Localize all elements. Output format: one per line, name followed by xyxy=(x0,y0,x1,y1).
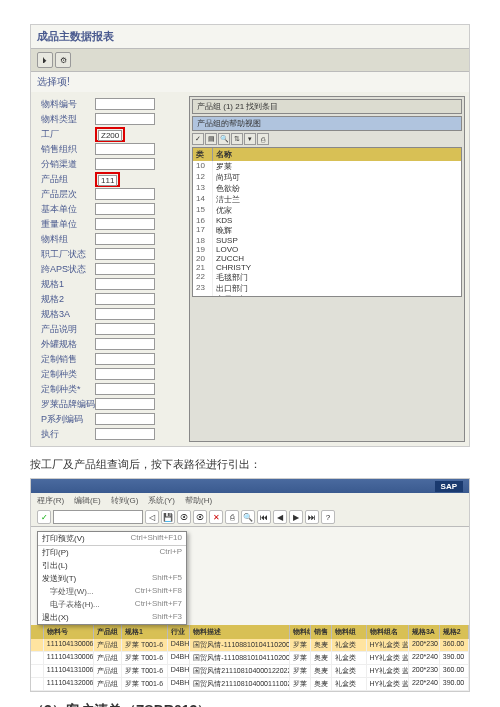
sort-icon[interactable]: ⇅ xyxy=(231,133,243,145)
menu-item[interactable]: 程序(R) xyxy=(37,495,64,506)
field-input[interactable] xyxy=(95,263,155,275)
popup-row[interactable]: 14洁士兰 xyxy=(193,194,461,205)
grid-col-header[interactable]: 销售 xyxy=(311,625,332,639)
popup-row[interactable]: 22毛毯部门 xyxy=(193,272,461,283)
popup-row[interactable]: 17晚辉 xyxy=(193,225,461,236)
down-icon[interactable]: ▾ xyxy=(244,133,256,145)
popup-row[interactable]: 12尚玛可 xyxy=(193,172,461,183)
print-icon[interactable]: ⎙ xyxy=(225,510,239,524)
field-input[interactable] xyxy=(95,158,155,170)
popup-row[interactable]: 23出口部门 xyxy=(193,283,461,294)
grid-row[interactable]: 111104132006产品组罗莱 T001-6D4BH国贸风情21110810… xyxy=(31,678,469,691)
field-label: 跨APS状态 xyxy=(35,263,95,276)
menu-dropdown-subitem[interactable]: 电子表格(H)...Ctrl+Shift+F7 xyxy=(38,598,186,611)
field-input[interactable] xyxy=(95,353,155,365)
grid-col-header[interactable]: 规格1 xyxy=(122,625,168,639)
find-icon[interactable]: 🔍 xyxy=(218,133,230,145)
last-icon[interactable]: ⏭ xyxy=(305,510,319,524)
grid-col-header[interactable] xyxy=(31,625,44,639)
nav-up-icon[interactable]: ⦿ xyxy=(193,510,207,524)
field-input[interactable] xyxy=(95,383,155,395)
form-row: 规格3A xyxy=(35,307,185,321)
field-input[interactable] xyxy=(95,188,155,200)
popup-row[interactable]: 18SUSP xyxy=(193,236,461,245)
field-label: 外罐规格 xyxy=(35,338,95,351)
field-input[interactable] xyxy=(95,113,155,125)
field-input[interactable] xyxy=(95,368,155,380)
field-input[interactable] xyxy=(95,338,155,350)
next-icon[interactable]: ▶ xyxy=(289,510,303,524)
form-row: 执行 xyxy=(35,427,185,441)
grid-col-header[interactable]: 规格3A xyxy=(409,625,440,639)
field-input[interactable] xyxy=(95,278,155,290)
list-menu-dropdown: 打印预览(V)Ctrl+Shift+F10打印(P)Ctrl+P引出(L)发送到… xyxy=(37,531,187,625)
field-input[interactable] xyxy=(95,143,155,155)
popup-row[interactable]: 24家居西门 xyxy=(193,294,461,297)
field-input[interactable] xyxy=(95,323,155,335)
grid-col-header[interactable]: 物料组 xyxy=(290,625,311,639)
popup-tab[interactable]: 产品组的帮助视图 xyxy=(192,116,462,131)
menu-dropdown-subitem[interactable]: 字处理(W)...Ctrl+Shift+F8 xyxy=(38,585,186,598)
menu-dropdown-item[interactable]: 引出(L) xyxy=(38,559,186,572)
grid-row[interactable]: 111104131006产品组罗莱 T001-6D4BH国贸风情21110810… xyxy=(31,665,469,678)
first-icon[interactable]: ⏮ xyxy=(257,510,271,524)
grid-col-header[interactable]: 规格2 xyxy=(440,625,469,639)
menu-dropdown-item[interactable]: 退出(X)Shift+F3 xyxy=(38,611,186,624)
form-row: 外罐规格 xyxy=(35,337,185,351)
tcode-input[interactable] xyxy=(53,510,143,524)
form-row: 物料编号 xyxy=(35,97,185,111)
menu-dropdown-item[interactable]: 打印(P)Ctrl+P xyxy=(38,546,186,559)
prev-icon[interactable]: ◀ xyxy=(273,510,287,524)
field-input[interactable] xyxy=(95,293,155,305)
menu-item[interactable]: 帮助(H) xyxy=(185,495,212,506)
field-input[interactable] xyxy=(95,248,155,260)
menu-dropdown-item[interactable]: 发送到(T)Shift+F5 xyxy=(38,572,186,585)
grid-row[interactable]: 111104130006产品组罗莱 T001-6D4BH国贸风情-1110881… xyxy=(31,639,469,652)
popup-row[interactable]: 13色欲纷 xyxy=(193,183,461,194)
grid-row[interactable]: 111104130006产品组罗莱 T001-6D4BH国贸风情-1110881… xyxy=(31,652,469,665)
toolbar: ⏵ ⚙ xyxy=(31,48,469,72)
field-input[interactable] xyxy=(95,398,155,410)
field-input[interactable] xyxy=(95,428,155,440)
menu-item[interactable]: 系统(Y) xyxy=(148,495,175,506)
grid-col-header[interactable]: 物料描述 xyxy=(190,625,290,639)
popup-row[interactable]: 21CHRISTY xyxy=(193,263,461,272)
grid-col-header[interactable]: 物料号 xyxy=(44,625,95,639)
menu-item[interactable]: 转到(G) xyxy=(111,495,139,506)
menu-item[interactable]: 编辑(E) xyxy=(74,495,101,506)
check-icon[interactable]: ✓ xyxy=(192,133,204,145)
popup-table: 类名称 10罗莱12尚玛可13色欲纷14洁士兰15优家16KDS17晚辉18SU… xyxy=(192,147,462,297)
cancel-icon[interactable]: ✕ xyxy=(209,510,223,524)
field-input[interactable] xyxy=(95,98,155,110)
field-input[interactable] xyxy=(95,218,155,230)
field-input[interactable]: 111 xyxy=(98,175,117,186)
grid-col-header[interactable]: 行业 xyxy=(168,625,191,639)
back-icon[interactable]: ◁ xyxy=(145,510,159,524)
nav-back-icon[interactable]: ⦿ xyxy=(177,510,191,524)
field-input[interactable]: Z200 xyxy=(98,130,122,141)
window-title: 成品主数据报表 xyxy=(31,25,469,48)
field-input[interactable] xyxy=(95,233,155,245)
filter-icon[interactable]: ▤ xyxy=(205,133,217,145)
print-icon[interactable]: ⎙ xyxy=(257,133,269,145)
ok-icon[interactable]: ✓ xyxy=(37,510,51,524)
grid-col-header[interactable]: 产品组 xyxy=(94,625,122,639)
field-label: 定制种类* xyxy=(35,383,95,396)
find-icon[interactable]: 🔍 xyxy=(241,510,255,524)
popup-row[interactable]: 15优家 xyxy=(193,205,461,216)
field-input[interactable] xyxy=(95,308,155,320)
grid-col-header[interactable]: 物料组名 xyxy=(367,625,409,639)
field-input[interactable] xyxy=(95,203,155,215)
field-label: 规格2 xyxy=(35,293,95,306)
tool-icon[interactable]: ⚙ xyxy=(55,52,71,68)
popup-row[interactable]: 19LOVO xyxy=(193,245,461,254)
popup-row[interactable]: 10罗莱 xyxy=(193,161,461,172)
execute-icon[interactable]: ⏵ xyxy=(37,52,53,68)
save-icon[interactable]: 💾 xyxy=(161,510,175,524)
menu-dropdown-item[interactable]: 打印预览(V)Ctrl+Shift+F10 xyxy=(38,532,186,546)
popup-row[interactable]: 16KDS xyxy=(193,216,461,225)
popup-row[interactable]: 20ZUCCH xyxy=(193,254,461,263)
grid-col-header[interactable]: 物料组 xyxy=(332,625,366,639)
field-input[interactable] xyxy=(95,413,155,425)
help-icon[interactable]: ? xyxy=(321,510,335,524)
